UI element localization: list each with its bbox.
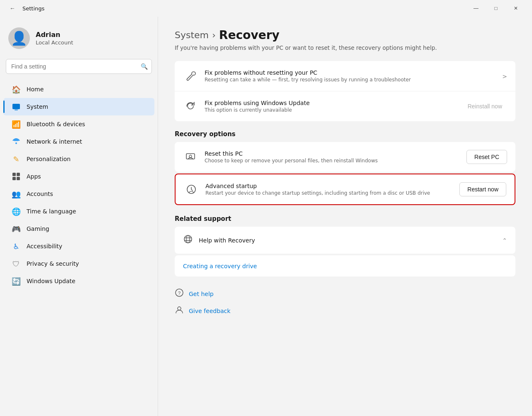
- reinstall-action: Reinstall now: [463, 100, 507, 112]
- reset-pc-text: Reset this PC Choose to keep or remove y…: [205, 150, 460, 164]
- reset-pc-card: Reset this PC Choose to keep or remove y…: [175, 142, 515, 172]
- give-feedback-link[interactable]: Give feedback: [189, 308, 230, 314]
- fix-without-reset-text: Fix problems without resetting your PC R…: [205, 69, 495, 83]
- sidebar-item-home[interactable]: 🏠 Home: [3, 81, 154, 98]
- sidebar-item-update[interactable]: 🔄 Windows Update: [3, 272, 154, 290]
- sidebar-item-label-time: Time & language: [27, 208, 76, 215]
- advanced-startup-icon: [184, 182, 199, 197]
- sidebar-item-label: Home: [27, 86, 44, 93]
- help-globe-icon: [183, 234, 193, 246]
- sidebar-item-label-system: System: [27, 103, 48, 110]
- restart-now-button[interactable]: Restart now: [459, 182, 506, 196]
- breadcrumb: System › Recovery: [175, 28, 515, 42]
- sidebar-item-label-personalization: Personalization: [27, 156, 71, 162]
- personalization-icon: ✎: [12, 154, 21, 164]
- app-title: Settings: [22, 5, 44, 12]
- sidebar-item-accounts[interactable]: 👥 Accounts: [3, 185, 154, 203]
- svg-rect-7: [186, 154, 195, 159]
- gaming-icon: 🎮: [12, 224, 21, 233]
- close-button[interactable]: ✕: [506, 2, 525, 15]
- minimize-button[interactable]: —: [466, 2, 486, 15]
- sidebar-item-time[interactable]: 🌐 Time & language: [3, 203, 154, 220]
- svg-point-2: [15, 142, 17, 144]
- sidebar-item-label-gaming: Gaming: [27, 225, 49, 232]
- bluetooth-icon: 📶: [12, 120, 21, 129]
- related-support-section: Related support Help with Recovery ⌃: [175, 215, 515, 277]
- refresh-icon: [183, 99, 198, 114]
- recovery-drive-link-card: Creating a recovery drive: [175, 255, 515, 277]
- sidebar-item-label-update: Windows Update: [27, 278, 76, 284]
- sidebar-item-privacy[interactable]: 🛡 Privacy & security: [3, 255, 154, 272]
- advanced-startup-card: Advanced startup Restart your device to …: [175, 174, 515, 205]
- chevron-up-icon: ⌃: [502, 237, 507, 244]
- sidebar-item-personalization[interactable]: ✎ Personalization: [3, 150, 154, 168]
- svg-point-8: [189, 155, 192, 158]
- advanced-startup-item: Advanced startup Restart your device to …: [176, 174, 515, 204]
- maximize-button[interactable]: □: [486, 2, 505, 15]
- fix-windows-update-item: Fix problems using Windows Update This o…: [175, 91, 515, 121]
- sidebar: 👤 Adrian Local Account 🔍 🏠 Home: [0, 17, 158, 416]
- advanced-startup-text: Advanced startup Restart your device to …: [205, 183, 453, 196]
- svg-point-11: [186, 235, 190, 243]
- sidebar-item-label-accounts: Accounts: [27, 191, 53, 197]
- user-name: Adrian: [36, 31, 73, 39]
- update-icon: 🔄: [12, 277, 21, 286]
- restart-now-action[interactable]: Restart now: [459, 182, 506, 196]
- sidebar-item-gaming[interactable]: 🎮 Gaming: [3, 220, 154, 237]
- fix-items-card: Fix problems without resetting your PC R…: [175, 61, 515, 121]
- titlebar-left: ← Settings: [7, 2, 44, 14]
- reset-pc-action[interactable]: Reset PC: [466, 150, 507, 164]
- footer-links: ? Get help Give feedback: [175, 288, 515, 316]
- help-recovery-card: Help with Recovery ⌃: [175, 227, 515, 254]
- privacy-icon: 🛡: [12, 259, 21, 268]
- search-box: 🔍: [6, 59, 152, 74]
- sidebar-item-network[interactable]: Network & internet: [3, 133, 154, 150]
- svg-point-10: [184, 235, 192, 243]
- fix-windows-update-text: Fix problems using Windows Update This o…: [205, 100, 456, 113]
- search-input[interactable]: [6, 59, 152, 74]
- sidebar-item-label-network: Network & internet: [27, 138, 82, 145]
- back-button[interactable]: ←: [7, 2, 18, 14]
- user-type: Local Account: [36, 39, 73, 46]
- user-profile[interactable]: 👤 Adrian Local Account: [0, 21, 158, 59]
- fix-without-reset-item[interactable]: Fix problems without resetting your PC R…: [175, 61, 515, 91]
- related-support-header: Related support: [175, 215, 515, 223]
- main-content: System › Recovery If you're having probl…: [158, 17, 532, 416]
- get-help-item: ? Get help: [175, 288, 515, 299]
- breadcrumb-separator: ›: [212, 30, 216, 40]
- home-icon: 🏠: [12, 85, 21, 94]
- help-recovery-item[interactable]: Help with Recovery ⌃: [175, 227, 515, 254]
- sidebar-item-bluetooth[interactable]: 📶 Bluetooth & devices: [3, 115, 154, 133]
- reset-pc-button[interactable]: Reset PC: [466, 150, 507, 164]
- titlebar: ← Settings — □ ✕: [0, 0, 532, 17]
- sidebar-item-label-bluetooth: Bluetooth & devices: [27, 121, 85, 127]
- reset-pc-icon: [183, 149, 198, 164]
- sidebar-item-system[interactable]: System: [3, 98, 154, 115]
- breadcrumb-parent: System: [175, 30, 209, 40]
- svg-rect-4: [17, 173, 20, 176]
- get-help-link[interactable]: Get help: [189, 291, 214, 297]
- reset-pc-item: Reset this PC Choose to keep or remove y…: [175, 142, 515, 172]
- reinstall-button: Reinstall now: [463, 100, 507, 112]
- accounts-icon: 👥: [12, 189, 21, 198]
- sidebar-item-label-privacy: Privacy & security: [27, 260, 79, 267]
- user-info: Adrian Local Account: [36, 31, 73, 46]
- give-feedback-icon: [175, 305, 184, 316]
- svg-point-16: [178, 307, 181, 310]
- svg-rect-1: [15, 110, 18, 110]
- sidebar-item-apps[interactable]: Apps: [3, 168, 154, 185]
- nav-list: 🏠 Home System 📶 Bluetooth & devices: [0, 81, 158, 290]
- time-icon: 🌐: [12, 207, 21, 216]
- app-body: 👤 Adrian Local Account 🔍 🏠 Home: [0, 17, 532, 416]
- give-feedback-item: Give feedback: [175, 305, 515, 316]
- sidebar-item-label-apps: Apps: [27, 173, 41, 180]
- breadcrumb-current: Recovery: [219, 28, 280, 42]
- svg-rect-3: [12, 173, 16, 176]
- sidebar-item-accessibility[interactable]: ♿ Accessibility: [3, 237, 154, 255]
- get-help-icon: ?: [175, 288, 184, 299]
- recovery-drive-link[interactable]: Creating a recovery drive: [183, 263, 257, 269]
- recovery-section-header: Recovery options: [175, 130, 515, 138]
- svg-rect-5: [12, 177, 16, 180]
- svg-text:?: ?: [178, 291, 181, 296]
- fix-without-reset-action: >: [502, 72, 507, 80]
